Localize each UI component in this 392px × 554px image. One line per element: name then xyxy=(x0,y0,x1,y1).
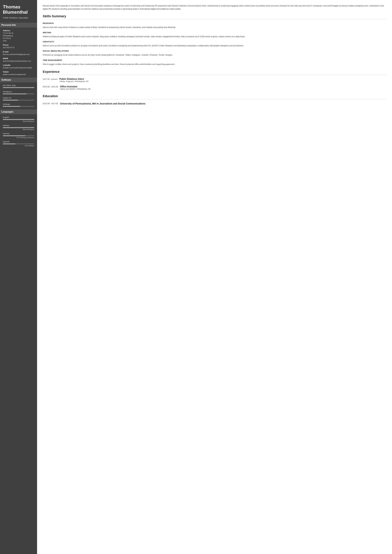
linkedin-label: LinkedIn xyxy=(3,64,34,66)
skill-description: Able to come up with innovative solution… xyxy=(43,44,386,47)
skill-item: WRITING Skilled at writing all types of … xyxy=(43,31,386,38)
email-value: thomas.j.blumenthal@gmail.com xyxy=(3,53,34,56)
personal-info-heading: Personal Info xyxy=(0,23,37,28)
language-bar-track xyxy=(3,119,34,120)
twitter-value: twitter.com/thommybloom81 xyxy=(3,73,34,76)
exp-role: Office Assistant xyxy=(60,85,91,88)
skills-summary-section: Skills Summary RESEARCH Able to work wit… xyxy=(43,14,386,66)
languages-section: English Native/bilingual Hebrew Native/b… xyxy=(3,116,34,147)
language-name: English xyxy=(3,116,34,118)
skill-item: RESEARCH Able to work with many kinds of… xyxy=(43,22,386,29)
language-bar-fill xyxy=(3,119,34,120)
linkedin-block: LinkedIn linkedin.com/me/thomblumenthal8… xyxy=(3,64,34,69)
experience-item: 2017-09 - present Public Relations Inter… xyxy=(43,78,386,83)
software-heading: Software xyxy=(0,77,37,82)
intro-paragraph: Results-driven Penn graduate in Journali… xyxy=(43,4,386,10)
language-proficiency: Intermediate xyxy=(3,145,34,147)
edu-degree: University of Pennsylvania, MA in Journa… xyxy=(60,102,145,105)
phone-label: Phone xyxy=(3,44,34,46)
experience-section: Experience 2017-09 - present Public Rela… xyxy=(43,70,386,90)
candidate-title: Public Relations Specialist xyxy=(3,16,34,19)
skill-heading: WRITING xyxy=(43,31,386,34)
exp-dates: 2017-09 - present xyxy=(43,78,59,83)
software-item: InDesign xyxy=(3,103,34,107)
www-value: www.thomblumenthalcreative.com xyxy=(3,60,34,62)
education-list: 2012-08 - 2017-05 University of Pennsylv… xyxy=(43,102,386,105)
experience-item: 2015-06 - 2015-08 Office Assistant Ogilv… xyxy=(43,85,386,90)
education-section: Education 2012-08 - 2017-05 University o… xyxy=(43,94,386,105)
skill-description: Able to work with many kinds of clients … xyxy=(43,26,386,29)
exp-dates: 2015-06 - 2015-08 xyxy=(43,85,60,90)
sidebar: Thomas Blumenthal Public Relations Speci… xyxy=(0,0,37,554)
exp-role: Public Relations Intern xyxy=(59,78,89,80)
software-name: InDesign xyxy=(3,103,34,105)
www-label: WWW xyxy=(3,57,34,60)
address-label: Address xyxy=(3,29,34,32)
software-item: Adobe PS xyxy=(3,97,34,101)
main-content: Results-driven Penn graduate in Journali… xyxy=(37,0,392,554)
language-bar-track xyxy=(3,144,34,144)
software-bar-fill xyxy=(3,93,26,94)
experience-heading: Experience xyxy=(43,70,386,75)
software-bar-track xyxy=(3,100,34,101)
skill-heading: CREATIVITY xyxy=(43,41,386,43)
language-name: German xyxy=(3,132,34,135)
language-item: German Full working proficiency xyxy=(3,132,34,138)
skills-list: RESEARCH Able to work with many kinds of… xyxy=(43,22,386,66)
exp-company: Adidas Originals, Philadelphia, PA xyxy=(59,80,89,83)
software-bar-fill xyxy=(3,87,34,88)
education-heading: Education xyxy=(43,94,386,99)
phone-value: 202-555-0173 xyxy=(3,46,34,49)
language-proficiency: Native/bilingual xyxy=(3,129,34,131)
language-bar-fill xyxy=(3,135,25,136)
software-bar-fill xyxy=(3,106,20,107)
software-section: MS Office Suite Wordpress Adobe PS InDes… xyxy=(3,84,34,107)
www-block: WWW www.thomblumenthalcreative.com xyxy=(3,57,34,62)
language-name: Spanish xyxy=(3,141,34,143)
language-item: English Native/bilingual xyxy=(3,116,34,122)
skill-description: Proficient at managing social media rela… xyxy=(43,53,386,56)
language-bar-fill xyxy=(3,127,34,128)
software-bar-track xyxy=(3,93,34,94)
language-bar-track xyxy=(3,135,34,136)
languages-heading: Languages xyxy=(0,109,37,114)
experience-list: 2017-09 - present Public Relations Inter… xyxy=(43,78,386,90)
language-proficiency: Full working proficiency xyxy=(3,137,34,138)
email-label: E-mail xyxy=(3,51,34,53)
exp-details: Office Assistant Ogilvy and Mather, Phil… xyxy=(60,85,91,90)
skill-heading: RESEARCH xyxy=(43,22,386,24)
phone-block: Phone 202-555-0173 xyxy=(3,44,34,49)
software-name: Wordpress xyxy=(3,90,34,93)
language-bar-track xyxy=(3,127,34,128)
skill-heading: SOCIAL MEDIA RELATIONS xyxy=(43,50,386,52)
skills-summary-heading: Skills Summary xyxy=(43,14,386,19)
language-item: Spanish Intermediate xyxy=(3,141,34,147)
software-name: Adobe PS xyxy=(3,97,34,99)
software-name: MS Office Suite xyxy=(3,84,34,86)
software-item: MS Office Suite xyxy=(3,84,34,88)
language-proficiency: Native/bilingual xyxy=(3,120,34,122)
candidate-name: Thomas Blumenthal xyxy=(3,4,34,15)
software-bar-track xyxy=(3,87,34,88)
twitter-label: Twitter xyxy=(3,71,34,73)
exp-details: Public Relations Intern Adidas Originals… xyxy=(59,78,89,83)
skill-item: TIME MANAGEMENT Able to juggle multiple … xyxy=(43,59,386,66)
skill-description: Able to juggle multiple clients and proj… xyxy=(43,63,386,66)
email-block: E-mail thomas.j.blumenthal@gmail.com xyxy=(3,51,34,56)
language-name: Hebrew xyxy=(3,124,34,126)
education-item: 2012-08 - 2017-05 University of Pennsylv… xyxy=(43,102,386,105)
software-item: Wordpress xyxy=(3,90,34,94)
skill-description: Skilled at writing all types of Public R… xyxy=(43,35,386,38)
exp-company: Ogilvy and Mather, Philadelphia, PA xyxy=(60,88,91,90)
address-value: 713 N 4th St,Philadelphia,PA 19123,USA xyxy=(3,32,34,42)
edu-details: University of Pennsylvania, MA in Journa… xyxy=(60,102,145,105)
twitter-block: Twitter twitter.com/thommybloom81 xyxy=(3,71,34,76)
language-bar-fill xyxy=(3,144,15,144)
skill-item: CREATIVITY Able to come up with innovati… xyxy=(43,41,386,47)
skill-heading: TIME MANAGEMENT xyxy=(43,59,386,61)
software-bar-track xyxy=(3,106,34,107)
linkedin-value: linkedin.com/me/thomblumenthal81 xyxy=(3,67,34,69)
language-item: Hebrew Native/bilingual xyxy=(3,124,34,131)
address-block: Address 713 N 4th St,Philadelphia,PA 191… xyxy=(3,29,34,42)
edu-dates: 2012-08 - 2017-05 xyxy=(43,102,60,105)
